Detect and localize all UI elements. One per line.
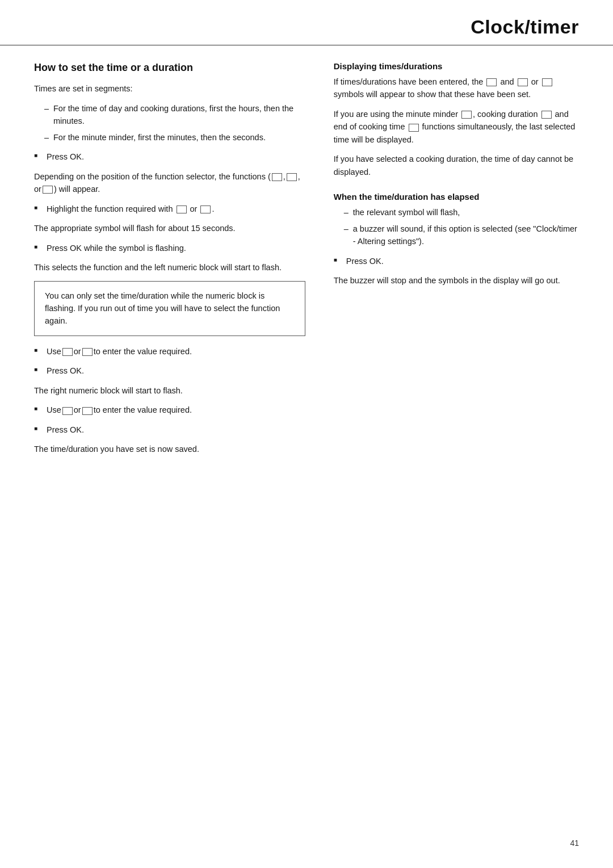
sym-use4 <box>82 407 93 415</box>
elapsed-heading: When the time/duration has elapsed <box>334 192 579 202</box>
dash-item-2: For the minute minder, first the minutes… <box>44 131 305 144</box>
square-list-4: Useorto enter the value required. <box>34 345 305 358</box>
elapsed-text: The buzzer will stop and the symbols in … <box>334 274 579 287</box>
left-column: How to set the time or a duration Times … <box>34 61 305 463</box>
square-list-3: Press OK while the symbol is flashing. <box>34 242 305 254</box>
sym-use2 <box>82 348 93 356</box>
saved-text: The time/duration you have set is now sa… <box>34 443 305 455</box>
displaying-text3: If you have selected a cooking duration,… <box>334 153 579 178</box>
right-block-text: The right numeric block will start to fl… <box>34 384 305 397</box>
displaying-text1: If times/durations have been entered, th… <box>334 76 579 101</box>
square-list-1: Press OK. <box>34 150 305 163</box>
sym-use1 <box>62 348 73 356</box>
notice-text: You can only set the time/duration while… <box>45 291 280 326</box>
square-list-2: Highlight the function required with or … <box>34 203 305 215</box>
bullet-press-ok-2: Press OK. <box>34 364 305 377</box>
bullet-ok-flashing: Press OK while the symbol is flashing. <box>34 242 305 254</box>
sym-min <box>461 111 472 119</box>
section-heading: How to set the time or a duration <box>34 61 305 74</box>
bullet-use-enter-2: Useorto enter the value required. <box>34 404 305 416</box>
elapsed-bullet-ok: Press OK. <box>334 255 579 267</box>
selects-text: This selects the function and the left n… <box>34 261 305 274</box>
elapsed-dash-list: the relevant symbol will flash, a buzzer… <box>334 206 579 248</box>
sym-disp1 <box>486 78 497 86</box>
square-list-7: Press OK. <box>34 423 305 436</box>
bullet-press-ok-1: Press OK. <box>34 150 305 163</box>
function-selector-text: Depending on the position of the functio… <box>34 170 305 196</box>
sym-cook <box>541 111 552 119</box>
sym1 <box>272 173 282 181</box>
sym-disp3 <box>542 78 552 86</box>
sym-disp2 <box>518 78 528 86</box>
bullet-highlight: Highlight the function required with or … <box>34 203 305 215</box>
sym-highlight2 <box>200 206 211 213</box>
right-column: Displaying times/durations If times/dura… <box>334 61 579 463</box>
elapsed-square-list: Press OK. <box>334 255 579 267</box>
page-container: Clock/timer How to set the time or a dur… <box>0 0 613 868</box>
bullet-press-ok-3: Press OK. <box>34 423 305 436</box>
sym-end <box>409 124 419 132</box>
displaying-heading: Displaying times/durations <box>334 61 579 71</box>
sym2 <box>287 173 297 181</box>
elapsed-dash-2: a buzzer will sound, if this option is s… <box>344 223 579 248</box>
dash-item-1: For the time of day and cooking duration… <box>44 102 305 128</box>
intro-text: Times are set in segments: <box>34 82 305 95</box>
sym-highlight1 <box>177 206 187 213</box>
dash-list: For the time of day and cooking duration… <box>34 102 305 144</box>
sym-use3 <box>62 407 73 415</box>
square-list-6: Useorto enter the value required. <box>34 404 305 416</box>
page-header: Clock/timer <box>0 0 613 45</box>
bullet-use-enter-1: Useorto enter the value required. <box>34 345 305 358</box>
content-columns: How to set the time or a duration Times … <box>0 61 613 463</box>
notice-box: You can only set the time/duration while… <box>34 281 305 336</box>
flash-text: The appropriate symbol will flash for ab… <box>34 222 305 234</box>
elapsed-dash-1: the relevant symbol will flash, <box>344 206 579 219</box>
displaying-text2: If you are using the minute minder , coo… <box>334 108 579 146</box>
page-title: Clock/timer <box>471 16 579 37</box>
square-list-5: Press OK. <box>34 364 305 377</box>
page-number: 41 <box>570 838 579 848</box>
sym3 <box>43 186 53 194</box>
